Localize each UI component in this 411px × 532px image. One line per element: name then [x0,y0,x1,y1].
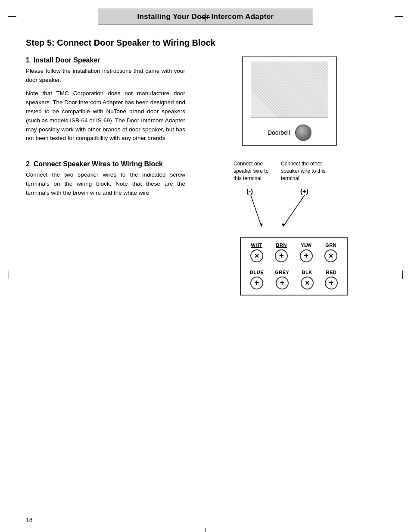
wiring-block: WHT BRN YLW GRN [240,237,348,296]
crosshair-left [4,271,13,279]
terminal-grey-symbol [276,277,289,289]
step2-row: 2 Connect Speaker Wires to Wiring Block … [26,160,385,295]
step1-row: 1 Install Door Speaker Please follow the… [26,56,385,147]
terminal-grn: GRN [324,243,337,262]
terminal-blk-label: BLK [302,270,312,275]
wiring-diagram-area: Connect one speaker wire to this termina… [194,160,385,295]
step-heading: Step 5: Connect Door Speaker to Wiring B… [26,38,385,48]
step2-text: Connect the two speaker wires to the ind… [26,171,185,198]
corner-mark-br [395,524,403,532]
terminal-wht-label: WHT [251,243,262,248]
negative-label: (-) [246,187,253,195]
terminal-grey-label: GREY [275,270,289,275]
right-arrow-line [283,195,305,227]
terminal-blk: BLK [301,270,314,289]
wiring-arrows-svg: (-) (+) [234,186,354,237]
step2-left: 2 Connect Speaker Wires to Wiring Block … [26,160,194,202]
terminal-brn-symbol [275,249,288,262]
terminal-blue-symbol [250,277,263,289]
terminal-blk-symbol [301,277,314,289]
crosshair-right [398,271,407,279]
left-arrow-head [260,224,263,227]
step1-text: Please follow the installation instructi… [26,67,185,143]
terminal-blue-label: BLUE [250,270,264,275]
terminal-grn-symbol [324,249,337,262]
terminal-wht-symbol [250,249,263,262]
terminal-grey: GREY [275,270,289,289]
terminal-red-symbol [325,277,338,289]
terminal-ylw: YLW [300,243,313,262]
wire-label-left: Connect one speaker wire to this termina… [234,160,272,182]
wire-labels-row: Connect one speaker wire to this termina… [234,160,354,182]
terminal-red-label: RED [326,270,336,275]
terminal-blue: BLUE [250,270,264,289]
corner-mark-tl [8,16,16,25]
step1-left: 1 Install Door Speaker Please follow the… [26,56,194,147]
terminal-brn: BRN [275,243,288,262]
page-container: Installing Your Door Intercom Adapter St… [0,9,411,532]
corner-mark-tr [395,16,403,25]
terminal-brn-label: BRN [276,243,287,248]
left-arrow-line [251,195,262,227]
wiring-block-bottom: BLUE GREY BLK RED [244,270,343,289]
page-number: 18 [26,516,33,523]
terminal-grn-label: GRN [325,243,336,248]
wiring-block-top: WHT BRN YLW GRN [244,243,343,266]
terminal-wht: WHT [250,243,263,262]
step1-right: Doorbell [194,56,385,146]
doorbell-label: Doorbell [268,129,290,136]
doorbell-row: Doorbell [268,124,311,141]
terminal-red: RED [325,270,338,289]
crosshair-top [201,13,210,22]
step2-number: 2 Connect Speaker Wires to Wiring Block [26,160,185,168]
doorbell-button [295,124,311,141]
positive-label: (+) [300,187,308,195]
step1-number: 1 Install Door Speaker [26,56,185,64]
terminal-ylw-symbol [300,249,313,262]
crosshair-bottom [201,528,210,532]
wire-label-right: Connect the other speaker wire to this t… [281,160,337,182]
terminal-ylw-label: YLW [301,243,311,248]
doorbell-diagram: Doorbell [242,56,337,146]
corner-mark-bl [8,524,16,532]
speaker-grille [251,62,328,118]
